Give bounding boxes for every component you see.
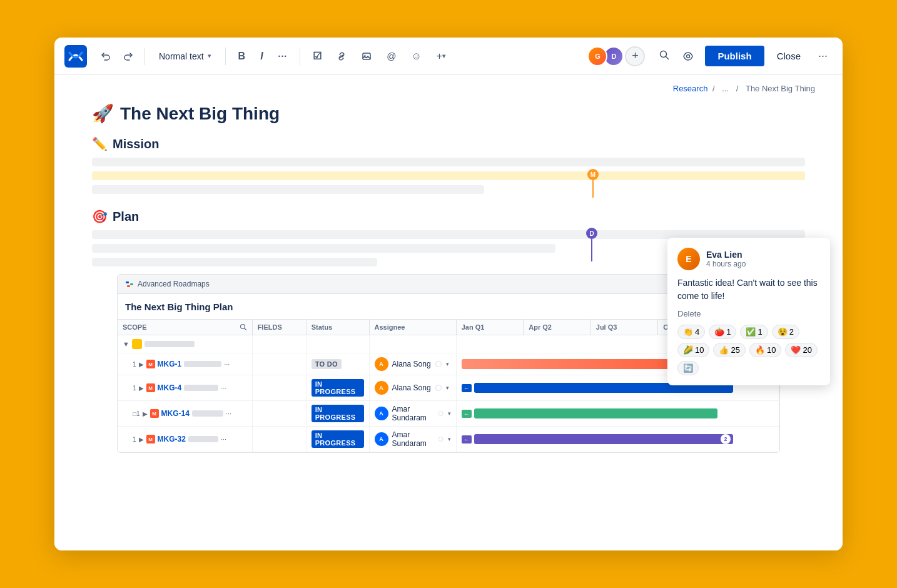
- insert-button[interactable]: + ▾: [432, 47, 450, 66]
- table-row-mkg14: □1 ▶ M MKG-14 ··· IN PROGRESS: [118, 401, 779, 427]
- assignee-mkg14: A Amar Sundaram ▾: [369, 401, 456, 427]
- mission-emoji: ✏️: [92, 136, 108, 151]
- svg-point-2: [365, 54, 366, 56]
- assignee-name-mkg1: Alana Song: [392, 360, 431, 368]
- emoji-button[interactable]: ☺: [407, 47, 427, 66]
- mission-content: M: [54, 158, 843, 194]
- roadmap-icon: [125, 280, 134, 288]
- mkg14-icon: M: [150, 409, 159, 418]
- mkg4-code: MKG-4: [158, 383, 182, 392]
- status-badge-mkg14: IN PROGRESS: [312, 405, 364, 422]
- checkbox-icon: ☑: [313, 50, 322, 62]
- comment-text: Fantastic idea! Can't wait to see this c…: [677, 276, 820, 303]
- bar-mkg14: [474, 408, 717, 418]
- cursor-m-flag: M: [587, 169, 599, 180]
- assignee-avatar-mkg32: A: [375, 432, 388, 446]
- status-mkg4: IN PROGRESS: [306, 375, 369, 401]
- assignee-avatar-mkg14: A: [375, 407, 388, 420]
- redo-button[interactable]: [119, 48, 137, 65]
- reaction-corn[interactable]: 🌽 10: [677, 343, 709, 357]
- watch-button[interactable]: [679, 47, 697, 66]
- scope-root: ▼: [118, 335, 252, 353]
- search-button[interactable]: [655, 46, 674, 67]
- timeline-mkg14: ←: [456, 401, 779, 427]
- bar-mkg32-badge: 2: [721, 434, 731, 444]
- svg-rect-1: [363, 53, 370, 59]
- mkg32-code: MKG-32: [158, 435, 186, 444]
- expand-mkg1[interactable]: ▶: [139, 361, 144, 368]
- status-mkg32: IN PROGRESS: [306, 427, 369, 452]
- title-text: The Next Big Thing: [120, 104, 280, 124]
- scope-search-icon[interactable]: [240, 323, 247, 331]
- reaction-heart[interactable]: ❤️ 20: [785, 343, 817, 357]
- toolbar-divider-1: [144, 48, 145, 65]
- svg-point-12: [439, 437, 443, 442]
- image-button[interactable]: [357, 48, 377, 65]
- assignee-name-mkg32: Amar Sundaram: [392, 430, 435, 448]
- scope-mkg14: □1 ▶ M MKG-14 ···: [118, 401, 252, 427]
- status-badge-mkg4: IN PROGRESS: [312, 379, 364, 397]
- svg-point-10: [435, 385, 441, 391]
- mkg4-options[interactable]: ···: [221, 384, 226, 392]
- scope-mkg1: 1 ▶ M MKG-1 ···: [118, 353, 252, 375]
- reactions-group: 👏 4 🍅 1 ✅ 1 😵 2 🌽 10 👍 25: [677, 325, 820, 375]
- reaction-fire[interactable]: 🔥 10: [749, 343, 781, 357]
- breadcrumb-research[interactable]: Research: [673, 84, 708, 93]
- svg-rect-6: [130, 283, 133, 285]
- assignee-avatar-mkg1: A: [375, 357, 388, 371]
- assignee-name-mkg14: Amar Sundaram: [392, 405, 435, 422]
- mkg4-icon: M: [146, 383, 155, 392]
- mkg1-options[interactable]: ···: [224, 360, 230, 368]
- breadcrumb-ellipsis: ...: [722, 84, 729, 93]
- mission-heading: ✏️ Mission: [54, 131, 843, 158]
- mkg1-icon: M: [146, 360, 155, 368]
- reaction-tomato[interactable]: 🍅 1: [709, 325, 736, 339]
- status-mkg1: TO DO: [306, 353, 369, 375]
- mention-button[interactable]: @: [382, 47, 401, 65]
- italic-icon: I: [260, 51, 263, 62]
- reaction-refresh[interactable]: 🔄: [677, 361, 699, 375]
- publish-button[interactable]: Publish: [705, 46, 764, 66]
- publish-label: Publish: [717, 51, 751, 61]
- more-options-button[interactable]: ···: [813, 46, 833, 66]
- avatar-add-button[interactable]: +: [625, 46, 645, 66]
- assignee-mkg1: A Alana Song ▾: [369, 353, 456, 375]
- reaction-thumbsup[interactable]: 👍 25: [713, 343, 745, 357]
- scope-mkg4: 1 ▶ M MKG-4 ···: [118, 375, 252, 401]
- mission-heading-text: Mission: [113, 137, 159, 151]
- collapse-root[interactable]: ▼: [123, 340, 129, 348]
- bold-button[interactable]: B: [233, 47, 251, 66]
- checkbox-button[interactable]: ☑: [308, 46, 327, 66]
- close-button[interactable]: Close: [769, 46, 808, 66]
- root-icon: [132, 339, 142, 349]
- status-mkg14: IN PROGRESS: [306, 401, 369, 427]
- cursor-d-line: [591, 239, 592, 261]
- confluence-logo: [64, 45, 87, 68]
- cursor-m: M: [587, 169, 599, 198]
- toolbar: Normal text ▾ B I ··· ☑: [54, 38, 843, 75]
- cursor-d: D: [586, 228, 597, 261]
- italic-button[interactable]: I: [255, 47, 268, 66]
- mkg32-options[interactable]: ···: [221, 435, 226, 443]
- col-scope: SCOPE: [118, 320, 252, 335]
- mkg32-icon: M: [146, 435, 155, 444]
- comment-author-name: Eva Lien: [706, 250, 746, 260]
- mkg14-options[interactable]: ···: [226, 410, 231, 417]
- reaction-clap[interactable]: 👏 4: [677, 325, 705, 339]
- text-style-dropdown[interactable]: Normal text ▾: [153, 48, 218, 65]
- scope-mkg32: 1 ▶ M MKG-32 ···: [118, 427, 252, 452]
- collaborators-group: G D +: [587, 46, 645, 66]
- link-button[interactable]: [332, 48, 352, 65]
- comment-delete-button[interactable]: Delete: [677, 309, 820, 318]
- cursor-m-line: [592, 180, 594, 198]
- link-icon: [337, 51, 347, 61]
- reaction-check[interactable]: ✅ 1: [740, 325, 768, 339]
- page-title: 🚀 The Next Big Thing: [54, 98, 843, 131]
- undo-button[interactable]: [97, 48, 114, 65]
- reaction-dizzy[interactable]: 😵 2: [772, 325, 799, 339]
- assignee-settings-mkg1[interactable]: [435, 360, 442, 368]
- more-format-button[interactable]: ···: [273, 48, 293, 65]
- mkg1-code: MKG-1: [158, 360, 182, 368]
- col-status: Status: [306, 320, 369, 335]
- svg-point-9: [435, 362, 441, 367]
